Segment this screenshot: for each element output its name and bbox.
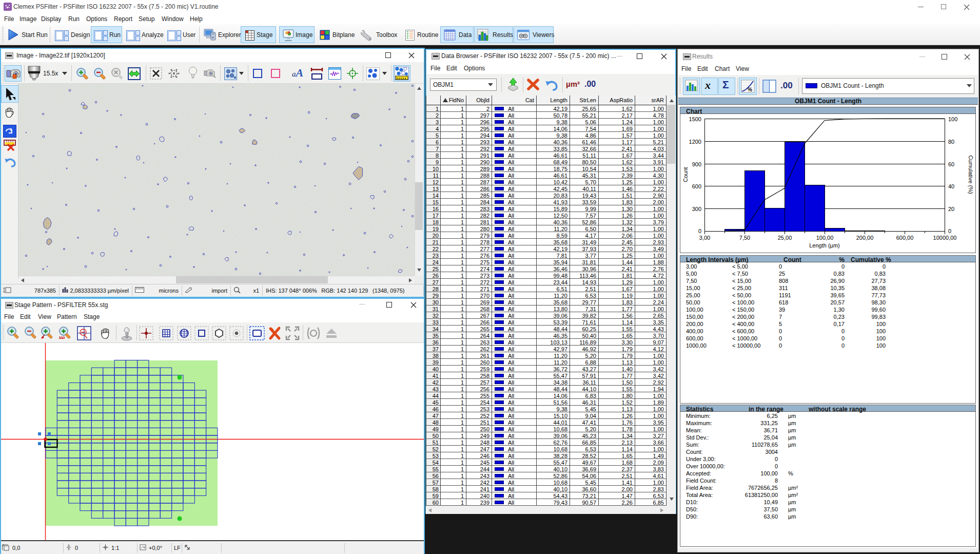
svg-text:100,00: 100,00 [816,235,834,241]
svg-text:Count: Count [682,167,689,182]
svg-text:300: 300 [692,206,701,212]
svg-text:1200: 1200 [689,139,701,145]
svg-text:1500: 1500 [689,116,701,122]
svg-text:100: 100 [948,116,957,122]
svg-text:40: 40 [948,183,954,189]
svg-text:25,00: 25,00 [778,235,792,241]
svg-text:900: 900 [692,161,701,167]
svg-text:20: 20 [948,206,954,212]
svg-text:7,50: 7,50 [739,235,750,241]
svg-text:60: 60 [948,161,954,167]
svg-text:0: 0 [698,228,701,234]
svg-text:10000,00: 10000,00 [933,235,957,241]
svg-text:Length (µm): Length (µm) [809,242,840,249]
svg-text:200,00: 200,00 [856,235,874,241]
svg-text:0: 0 [948,228,951,234]
svg-text:3,00: 3,00 [699,235,710,241]
svg-text:600,00: 600,00 [896,235,914,241]
svg-text:%: % [748,87,752,92]
svg-text:80: 80 [948,139,954,145]
svg-text:600: 600 [692,183,701,189]
svg-text:Cumulative (%): Cumulative (%) [968,155,974,194]
